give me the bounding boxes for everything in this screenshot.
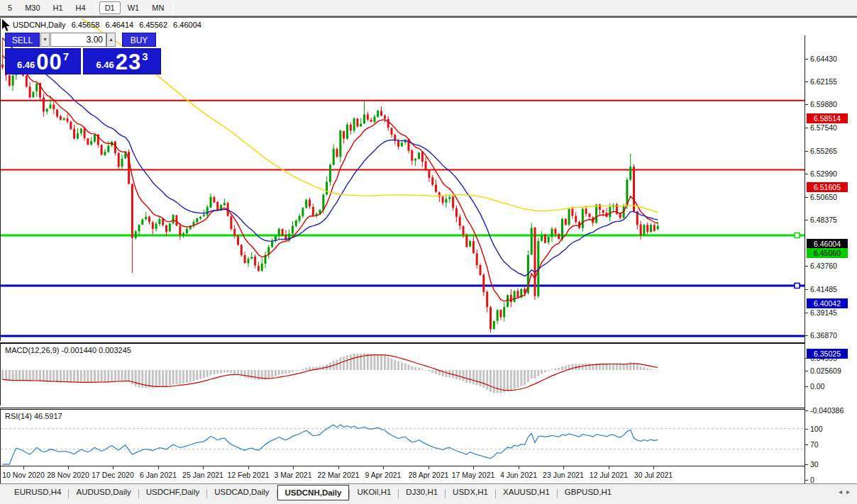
chevron-up-icon: ▲ bbox=[109, 37, 114, 42]
time-axis-label: 3 Mar 2021 bbox=[274, 471, 311, 479]
time-axis-label: 30 Jul 2021 bbox=[634, 471, 673, 479]
price-axis-label: 6.41485 bbox=[810, 285, 837, 293]
tab-scroll-left-icon[interactable]: ◂ bbox=[839, 488, 846, 495]
chart-tab-ukoil[interactable]: UKOil,H1 bbox=[350, 486, 398, 499]
chart-tab-gbpusd[interactable]: GBPUSD,H1 bbox=[558, 486, 619, 499]
macd-axis-label: -0.040386 bbox=[810, 406, 844, 415]
price-axis-label: 6.55265 bbox=[810, 147, 837, 155]
macd-axis-label: 0.025609 bbox=[810, 366, 841, 375]
time-axis-label: 4 Jun 2021 bbox=[500, 471, 537, 479]
chart-tab-usdx[interactable]: USDX,H1 bbox=[446, 486, 495, 499]
time-axis-tick bbox=[428, 466, 429, 469]
timeframe-button-m30[interactable]: M30 bbox=[19, 1, 45, 14]
time-axis-label: 25 Jan 2021 bbox=[182, 471, 223, 479]
price-badge-6.45060: 6.45060 bbox=[807, 248, 848, 258]
chart-tab-eurusd[interactable]: EURUSD,H4 bbox=[7, 486, 68, 499]
price-axis-tick bbox=[805, 335, 808, 336]
price-axis-tick bbox=[805, 220, 808, 220]
price-axis-label: 6.43760 bbox=[810, 262, 837, 270]
time-axis-label: 9 Apr 2021 bbox=[365, 471, 402, 479]
price-axis-label: 6.64430 bbox=[810, 55, 837, 63]
ask-price-point: 3 bbox=[142, 50, 148, 62]
chart-tab-dj30[interactable]: DJ30,H1 bbox=[399, 486, 445, 499]
macd-axis-tick bbox=[805, 371, 808, 371]
rsi-axis-label: 70 bbox=[810, 440, 819, 449]
time-axis-label: 28 Apr 2021 bbox=[409, 471, 449, 479]
price-badge-6.58514: 6.58514 bbox=[807, 113, 848, 123]
ohlc-close: 6.46004 bbox=[173, 21, 201, 29]
time-axis-tick bbox=[23, 466, 24, 469]
price-axis-tick bbox=[805, 82, 808, 82]
macd-indicator-panel[interactable]: MACD(12,26,9) -0.001440 0.003245 bbox=[0, 342, 805, 405]
chart-tab-usdcnh[interactable]: USDCNH,Daily bbox=[277, 485, 350, 500]
macd-label: MACD(12,26,9) -0.001440 0.003245 bbox=[5, 346, 131, 354]
rsi-axis-tick bbox=[805, 464, 808, 465]
rsi-line bbox=[3, 425, 658, 464]
price-axis-tick bbox=[805, 197, 808, 198]
one-click-trade-widget: SELL ▼ ▲ BUY 6.46 00 7 6.46 23 3 bbox=[5, 33, 161, 75]
time-axis-label: 10 Nov 2020 bbox=[2, 471, 45, 479]
ohlc-high: 6.46414 bbox=[105, 21, 133, 29]
timeframe-button-w1[interactable]: W1 bbox=[122, 1, 145, 14]
rsi-axis-label: 100 bbox=[810, 425, 823, 433]
sell-button[interactable]: SELL bbox=[5, 33, 40, 47]
time-axis-tick bbox=[158, 466, 159, 469]
chevron-down-icon: ▼ bbox=[43, 37, 48, 42]
time-axis-tick bbox=[473, 466, 474, 469]
price-axis-tick bbox=[805, 59, 808, 60]
bid-price-point: 7 bbox=[63, 50, 69, 62]
timeframe-button-h1[interactable]: H1 bbox=[48, 1, 69, 14]
rsi-axis-label: 30 bbox=[810, 460, 819, 469]
chart-tab-bar: EURUSD,H4AUDUSD,DailyUSDCHF,DailyUSDCAD,… bbox=[0, 483, 857, 504]
price-axis-label: 6.50650 bbox=[810, 193, 837, 201]
bid-price-panel[interactable]: 6.46 00 7 bbox=[5, 48, 81, 74]
timeframe-button-h4[interactable]: H4 bbox=[70, 1, 92, 14]
time-axis-tick bbox=[113, 466, 114, 469]
ohlc-low: 6.45562 bbox=[139, 21, 167, 29]
time-axis-label: 12 Jul 2021 bbox=[590, 471, 628, 479]
volume-decrease-button[interactable]: ▼ bbox=[40, 33, 50, 47]
price-axis-tick bbox=[805, 266, 808, 267]
ask-price-panel[interactable]: 6.46 23 3 bbox=[83, 48, 161, 74]
price-axis-label: 6.39145 bbox=[810, 308, 837, 317]
price-axis-tick bbox=[805, 174, 808, 174]
rsi-axis-tick bbox=[805, 480, 808, 481]
chart-tab-usdcad[interactable]: USDCAD,Daily bbox=[207, 486, 276, 499]
toolbar-separator bbox=[173, 3, 174, 13]
timeframe-button-d1[interactable]: D1 bbox=[99, 1, 121, 14]
ask-price-pips: 23 bbox=[116, 52, 141, 72]
price-badge-6.35025: 6.35025 bbox=[807, 349, 848, 359]
buy-button[interactable]: BUY bbox=[122, 33, 156, 47]
time-axis-tick bbox=[653, 466, 654, 469]
tab-scroll-right-icon[interactable]: ▸ bbox=[846, 488, 854, 495]
chart-tab-xauusd[interactable]: XAUUSD,H1 bbox=[496, 486, 557, 499]
price-axis-tick bbox=[805, 128, 808, 128]
chart-tab-usdchf[interactable]: USDCHF,Daily bbox=[139, 486, 206, 499]
price-axis-label: 6.59880 bbox=[810, 100, 837, 108]
time-axis-tick bbox=[519, 466, 519, 469]
time-axis-tick bbox=[68, 466, 69, 469]
rsi-indicator-panel[interactable]: RSI(14) 46.5917 bbox=[0, 408, 805, 466]
timeframe-button-5[interactable]: 5 bbox=[2, 1, 18, 14]
bid-price-pips: 00 bbox=[36, 52, 62, 72]
price-axis-tick bbox=[805, 151, 808, 152]
time-axis[interactable]: 10 Nov 202028 Nov 202017 Dec 20206 Jan 2… bbox=[0, 466, 805, 483]
price-axis-label: 6.36870 bbox=[810, 331, 837, 340]
tab-scroll-arrows[interactable]: ◂▸ bbox=[839, 488, 854, 495]
price-axis-label: 6.48375 bbox=[810, 215, 837, 224]
price-badge-6.51605: 6.51605 bbox=[807, 182, 848, 192]
macd-axis-label: 0.00 bbox=[810, 382, 824, 391]
volume-increase-button[interactable]: ▲ bbox=[106, 33, 116, 47]
time-axis-label: 23 Jun 2021 bbox=[543, 471, 584, 479]
timeframe-button-mn[interactable]: MN bbox=[146, 1, 170, 14]
rsi-label: RSI(14) 46.5917 bbox=[5, 412, 62, 420]
hline-handle[interactable] bbox=[795, 284, 800, 289]
price-axis[interactable]: 6.644306.621556.598806.575406.552656.529… bbox=[805, 35, 857, 483]
hline-handle[interactable] bbox=[795, 233, 800, 238]
price-axis-tick bbox=[805, 313, 808, 313]
time-axis-tick bbox=[293, 466, 294, 469]
time-axis-tick bbox=[338, 466, 339, 469]
chart-tab-audusd[interactable]: AUDUSD,Daily bbox=[69, 486, 138, 499]
volume-input[interactable] bbox=[50, 33, 106, 47]
time-axis-label: 12 Feb 2021 bbox=[228, 471, 270, 479]
